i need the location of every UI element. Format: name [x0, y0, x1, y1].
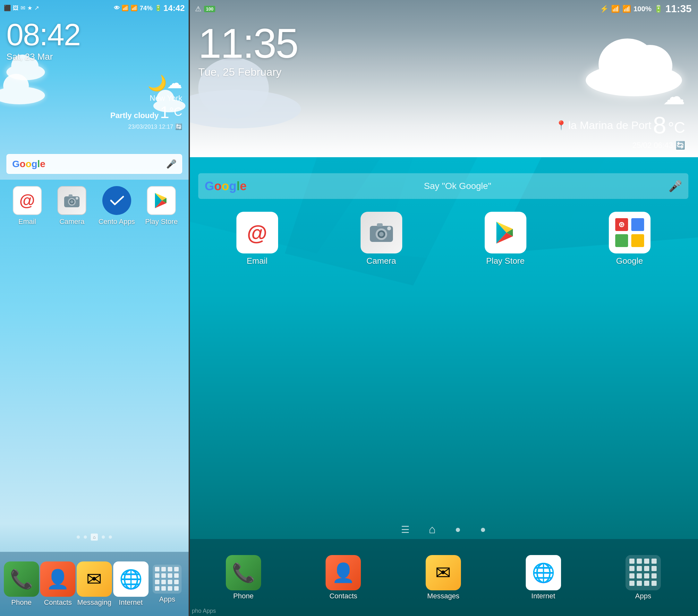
- apps-icon-right: [626, 555, 661, 590]
- cento-label-left: Cento Apps: [98, 218, 135, 226]
- weather-unit-right: °C: [668, 119, 685, 136]
- dock-contacts-left[interactable]: 👤 Contacts: [40, 561, 76, 607]
- phone-label-right: Phone: [233, 592, 254, 600]
- say-ok-google: Say "Ok Google": [424, 181, 491, 191]
- dock-phone-right[interactable]: 📞 Phone: [193, 555, 293, 600]
- google-logo-left: Google: [12, 158, 45, 169]
- dock-messages-right[interactable]: ✉ Messages: [393, 555, 493, 600]
- weather-widget-left: 🌙☁ New York Partly cloudy 1 °C 23/03/201…: [110, 74, 182, 130]
- bottom-dock-left: 📞 Phone 👤 Contacts ✉ Messaging 🌐 Interne…: [0, 552, 189, 616]
- main-date-right: Tue, 25 February: [198, 66, 298, 78]
- phone-label-left: Phone: [11, 598, 32, 607]
- camera-label-left: Camera: [59, 218, 84, 226]
- mic-icon-right[interactable]: 🎤: [669, 180, 682, 193]
- app-item-camera-right[interactable]: Camera: [322, 212, 440, 266]
- google-icon-right: G: [609, 212, 651, 253]
- email-icon-left: @: [13, 186, 42, 215]
- nav-bar-right: ☰ ⌂ ● ●: [189, 520, 698, 539]
- dock-internet-left[interactable]: 🌐 Internet: [113, 561, 149, 607]
- nav-dots-left: ⌂: [0, 534, 189, 541]
- weather-widget-right: ☁ 📍 la Marina de Port 8 °C 25/02 06:43 🔄: [556, 83, 685, 150]
- status-icons-left: ⬛ 🖼 ✉ ★ ↗: [4, 4, 39, 12]
- playstore-icon-left: [147, 186, 176, 215]
- weather-location-right: 📍 la Marina de Port 8 °C: [556, 111, 685, 139]
- dot-1-left: [77, 535, 80, 539]
- contacts-label-left: Contacts: [44, 598, 72, 607]
- dock-apps-right[interactable]: Apps: [593, 555, 693, 600]
- app-item-email-left[interactable]: @ Email: [6, 186, 48, 226]
- status-time-right: 11:35: [665, 3, 692, 15]
- camera-icon-right: [361, 212, 402, 253]
- divider: [189, 0, 190, 616]
- app-item-email-right[interactable]: @ Email: [198, 212, 316, 266]
- svg-point-20: [387, 226, 391, 230]
- search-bar-right[interactable]: Google Say "Ok Google" 🎤: [198, 173, 688, 199]
- weather-updated-left: 23/03/2013 12:17 🔄: [110, 123, 182, 130]
- email-label-left: Email: [18, 218, 36, 226]
- svg-rect-28: [631, 234, 644, 247]
- status-icons-right-right: ⚡ 📶 📶 100% 🔋 11:35: [600, 3, 692, 15]
- status-bar-left: ⬛ 🖼 ✉ ★ ↗ 👁 📶 📶 74% 🔋 14:42: [0, 0, 189, 16]
- app-item-google-right[interactable]: G Google: [571, 212, 688, 266]
- weather-temp-right: 8: [653, 111, 666, 139]
- weather-updated-right: 25/02 06:43 🔄: [556, 141, 685, 150]
- status-time-left: 14:42: [164, 3, 185, 13]
- dot-2-left: [84, 535, 87, 539]
- dock-phone-left[interactable]: 📞 Phone: [3, 561, 40, 607]
- clock-widget-left: 08:42 Sat, 23 Mar: [6, 19, 80, 62]
- dot-4-left: [102, 535, 105, 539]
- messaging-label-left: Messaging: [77, 598, 111, 607]
- internet-label-left: Internet: [119, 598, 143, 607]
- app-item-cento-left[interactable]: Cento Apps: [96, 186, 138, 226]
- nav-home-right[interactable]: ⌂: [429, 523, 436, 536]
- apps-grid-right: [629, 559, 657, 587]
- nav-menu-right[interactable]: ☰: [401, 524, 410, 535]
- internet-label-right: Internet: [531, 592, 555, 600]
- location-pin: 📍: [556, 120, 567, 130]
- app-item-camera-left[interactable]: Camera: [51, 186, 93, 226]
- playstore-icon-right: [485, 212, 526, 253]
- weather-temp-left: 1: [160, 103, 169, 122]
- nav-dot1-right: ●: [455, 524, 461, 535]
- google-svg-right: G: [614, 216, 646, 249]
- clock-widget-right: 11:35 Tue, 25 February: [198, 23, 298, 78]
- status-icons-right-left: ⚠ 100: [195, 5, 215, 13]
- phone-icon-right: 📞: [226, 555, 261, 590]
- internet-icon-right: 🌐: [526, 555, 561, 590]
- status-bar-right: ⚠ 100 ⚡ 📶 📶 100% 🔋 11:35: [189, 0, 698, 18]
- google-label-right: Google: [616, 256, 643, 266]
- weather-unit-left: °C: [169, 105, 182, 122]
- dock-apps-left[interactable]: Apps: [149, 565, 185, 603]
- nav-dot2-right: ●: [480, 524, 486, 535]
- camera-label-right: Camera: [366, 256, 396, 266]
- app-grid-right: @ Email Camera: [198, 212, 688, 266]
- dock-contacts-right[interactable]: 👤 Contacts: [293, 555, 394, 600]
- cento-svg-left: [107, 191, 126, 210]
- svg-rect-26: [631, 218, 644, 231]
- mic-icon-left[interactable]: 🎤: [166, 159, 177, 169]
- svg-text:G: G: [620, 222, 624, 227]
- camera-svg-left: [63, 193, 81, 209]
- phone-icon-left: 📞: [4, 561, 39, 597]
- apps-label-left: Apps: [159, 595, 175, 603]
- camera-svg-right: [368, 221, 394, 244]
- dock-internet-right[interactable]: 🌐 Internet: [493, 555, 594, 600]
- contacts-icon-left: 👤: [40, 561, 75, 597]
- main-time-left: 08:42: [6, 19, 80, 50]
- dot-home-left: ⌂: [91, 534, 98, 541]
- battery-text-left: 74%: [140, 4, 152, 12]
- search-bar-left[interactable]: Google 🎤: [6, 154, 182, 174]
- svg-point-18: [379, 232, 383, 236]
- dock-messaging-left[interactable]: ✉ Messaging: [76, 561, 113, 607]
- cloud-r2: [189, 90, 301, 128]
- dot-5-left: [109, 535, 112, 539]
- svg-rect-19: [377, 223, 383, 226]
- main-time-right: 11:35: [198, 23, 298, 64]
- playstore-svg-left: [152, 192, 170, 210]
- contacts-icon-right: 👤: [325, 555, 361, 590]
- app-item-playstore-right[interactable]: Play Store: [447, 212, 564, 266]
- app-grid-left: @ Email Camera: [6, 186, 182, 226]
- apps-icon-left: [153, 565, 182, 593]
- app-item-playstore-left[interactable]: Play Store: [141, 186, 182, 226]
- google-logo-right: Google: [205, 179, 247, 193]
